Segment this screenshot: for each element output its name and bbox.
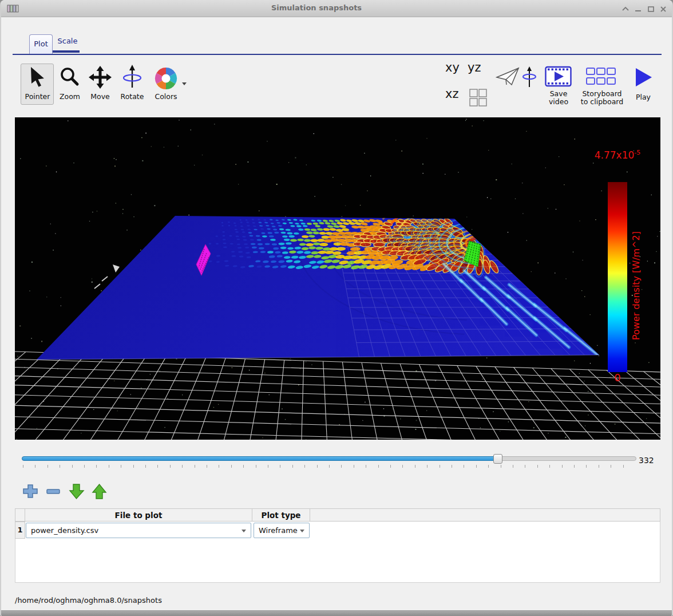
- window-bottom-border: [1, 610, 673, 616]
- combo-caret-icon: [242, 530, 246, 532]
- storyboard-label-2: to clipboard: [576, 97, 628, 106]
- timeline-slider-ticks: [23, 465, 634, 468]
- content-area: Plot Scale Pointer Zoom Move Rotate: [1, 18, 672, 610]
- titlebar[interactable]: Simulation snapshots: [1, 0, 672, 17]
- rotate-tool-icon[interactable]: [121, 65, 143, 90]
- zoom-tool-icon[interactable]: [59, 67, 81, 88]
- save-video-label-2: video: [543, 97, 575, 106]
- save-video-icon[interactable]: [545, 66, 572, 88]
- tab-scale[interactable]: Scale: [55, 37, 80, 45]
- view-xy-button[interactable]: xy: [445, 61, 460, 74]
- close-button[interactable]: [659, 5, 668, 14]
- file-to-plot-combo[interactable]: power_density.csv: [26, 523, 251, 538]
- file-to-plot-value: power_density.csv: [31, 526, 98, 535]
- maximize-button[interactable]: [646, 5, 655, 14]
- floor-grid: [15, 349, 660, 440]
- shade-button[interactable]: [621, 5, 630, 14]
- remove-row-button[interactable]: [46, 484, 61, 500]
- timeline-slider-fill: [22, 456, 498, 461]
- plot-3d-view[interactable]: 4.77x10-5 0 Power density [W/m^2]: [15, 117, 660, 440]
- plot-type-combo[interactable]: Wireframe: [254, 523, 310, 538]
- pointer-icon: [29, 66, 46, 88]
- timeline-slider-handle[interactable]: [493, 454, 502, 464]
- scene-canvas: [15, 117, 660, 440]
- colorbar: [608, 182, 627, 372]
- play-icon[interactable]: [635, 68, 652, 87]
- tab-plot[interactable]: Plot: [29, 34, 53, 54]
- combo-caret-icon: [300, 530, 304, 532]
- zoom-label: Zoom: [56, 92, 84, 101]
- view-xz-button[interactable]: xz: [445, 87, 458, 101]
- pointer-label: Pointer: [22, 92, 53, 101]
- window: Simulation snapshots Plot Scale Pointer …: [0, 0, 673, 616]
- tab-scale-underline: [53, 50, 80, 53]
- table-header-file: File to plot: [25, 508, 252, 522]
- storyboard-label-1: Storyboard: [576, 89, 628, 98]
- move-tool-icon[interactable]: [89, 66, 112, 89]
- colorbar-axis-label: Power density [W/m^2]: [631, 225, 642, 346]
- colors-label: Colors: [151, 92, 181, 101]
- storyboard-icon[interactable]: [586, 67, 618, 86]
- plot-type-value: Wireframe: [259, 526, 298, 535]
- rotate-label: Rotate: [117, 92, 148, 101]
- rotate-view-icon[interactable]: [521, 66, 539, 89]
- add-row-button[interactable]: [23, 484, 38, 500]
- move-down-button[interactable]: [69, 483, 85, 500]
- play-label: Play: [629, 93, 658, 101]
- timeline-value: 332: [639, 456, 654, 465]
- colorbar-min-label: 0: [608, 372, 627, 384]
- move-up-button[interactable]: [92, 483, 108, 500]
- window-title: Simulation snapshots: [1, 3, 672, 12]
- table-header-plot-type: Plot type: [252, 508, 310, 522]
- paper-plane-icon[interactable]: [496, 67, 521, 88]
- view-grid-icon[interactable]: [469, 89, 488, 107]
- table-row-index[interactable]: 1: [15, 522, 25, 539]
- tabbar-line: [13, 54, 662, 55]
- save-video-label-1: Save: [543, 89, 575, 98]
- table-header-index: [15, 508, 25, 522]
- status-path: /home/rod/oghma/oghma8.0/snapshots: [15, 596, 162, 605]
- move-label: Move: [86, 92, 114, 101]
- colors-dropdown-caret-icon[interactable]: [182, 82, 187, 85]
- view-yz-button[interactable]: yz: [468, 61, 481, 74]
- colorbar-max-label: 4.77x10-5: [583, 149, 652, 161]
- minimize-button[interactable]: [634, 5, 643, 14]
- colors-tool-icon[interactable]: [153, 66, 179, 91]
